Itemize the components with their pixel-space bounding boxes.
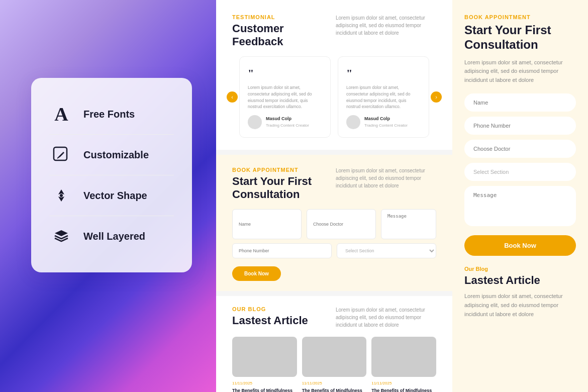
form-row-1 xyxy=(232,209,436,239)
blog-date-2: 11/11/2025 xyxy=(302,381,367,385)
sidebar-phone-input[interactable] xyxy=(464,117,576,135)
message-textarea[interactable] xyxy=(381,209,436,239)
book-now-button[interactable]: Book Now xyxy=(232,266,281,281)
testimonial-next-button[interactable]: › xyxy=(431,91,442,103)
appointment-section: Book Appointment Start Your First Consul… xyxy=(216,155,452,291)
blog-card-2: 11/11/2025 The Benefits of Mindfulness M… xyxy=(302,337,367,392)
blog-date-3: 11/11/2025 xyxy=(371,381,436,385)
feature-item-fonts: A Free Fonts xyxy=(49,94,174,135)
testimonial-text-2: Lorem ipsum dolor sit amet, consectetur … xyxy=(346,84,421,110)
testimonial-title: Customer Feedback xyxy=(232,22,336,48)
feature-label-layered: Well Layered xyxy=(83,231,145,242)
author-avatar-1 xyxy=(248,115,262,129)
blog-article-title-1: The Benefits of Mindfulness Meditation..… xyxy=(232,387,297,392)
appointment-description: Lorem ipsum dolor sit amet, consectetur … xyxy=(336,167,436,189)
feature-label-vector: Vector Shape xyxy=(83,190,147,202)
sidebar-appointment-title: Start Your First Consultation xyxy=(464,23,576,52)
sidebar-blog-title: Lastest Article xyxy=(464,274,576,287)
svg-rect-0 xyxy=(54,147,67,160)
blog-article-title-2: The Benefits of Mindfulness Meditation..… xyxy=(302,387,367,392)
testimonial-cards: " Lorem ipsum dolor sit amet, consectetu… xyxy=(239,56,429,138)
testimonial-tag: Testimonial xyxy=(232,14,336,20)
author-avatar-2 xyxy=(346,115,360,129)
edit-icon xyxy=(49,143,73,167)
blog-tag: Our Blog xyxy=(232,306,308,312)
center-content: Testimonial Customer Feedback Lorem ipsu… xyxy=(216,0,452,392)
sidebar-doctor-input[interactable] xyxy=(464,140,576,158)
testimonial-cards-wrapper: ‹ " Lorem ipsum dolor sit amet, consecte… xyxy=(232,56,436,138)
testimonial-card-1: " Lorem ipsum dolor sit amet, consectetu… xyxy=(239,56,331,138)
testimonial-author-2: Masud Colp Trading Content Creator xyxy=(346,115,421,129)
blog-title: Lastest Article xyxy=(232,314,308,327)
sidebar-message-textarea[interactable] xyxy=(464,186,576,226)
testimonial-section: Testimonial Customer Feedback Lorem ipsu… xyxy=(216,0,452,150)
blog-date-1: 11/11/2025 xyxy=(232,381,297,385)
author-role-1: Trading Content Creator xyxy=(266,123,309,129)
sidebar-appointment-tag: Book Appointment xyxy=(464,14,576,20)
sidebar-blog-tag: Our Blog xyxy=(464,266,576,272)
sidebar-book-button[interactable]: Book Now xyxy=(464,235,576,256)
sidebar-appointment-description: Lorem ipsum dolor sit amet, consectetur … xyxy=(464,58,576,85)
feature-item-layered: Well Layered xyxy=(49,216,174,256)
author-name-1: Masud Colp xyxy=(266,116,309,123)
blog-card-3: 11/11/2025 The Benefits of Mindfulness M… xyxy=(371,337,436,392)
appointment-form: Select Section Book Now xyxy=(232,209,436,281)
blog-description: Lorem ipsum dolor sit amet, consectetur … xyxy=(336,306,436,329)
blog-image-1 xyxy=(232,337,297,377)
author-name-2: Masud Colp xyxy=(364,116,408,123)
appointment-title: Start Your First Consultation xyxy=(232,175,336,201)
feature-item-vector: Vector Shape xyxy=(49,175,174,216)
quote-icon-1: " xyxy=(248,65,322,81)
testimonial-card-2: " Lorem ipsum dolor sit amet, consectetu… xyxy=(338,56,429,138)
blog-image-3 xyxy=(371,337,436,377)
right-sidebar: Book Appointment Start Your First Consul… xyxy=(452,0,588,392)
testimonial-prev-button[interactable]: ‹ xyxy=(227,91,238,103)
blog-section: Our Blog Lastest Article Lorem ipsum dol… xyxy=(216,296,452,392)
feature-item-customizable: Customizable xyxy=(49,135,174,175)
testimonial-description: Lorem ipsum dolor sit amet, consectetur … xyxy=(336,14,436,37)
author-role-2: Trading Content Creator xyxy=(364,123,408,129)
phone-input[interactable] xyxy=(232,243,332,258)
feature-label-fonts: Free Fonts xyxy=(83,109,135,120)
font-icon: A xyxy=(49,102,73,126)
testimonial-header: Testimonial Customer Feedback Lorem ipsu… xyxy=(232,14,436,48)
svg-point-1 xyxy=(60,194,63,197)
sidebar-name-input[interactable] xyxy=(464,93,576,112)
sidebar-blog-description: Lorem ipsum dolor sit amet, consectetur … xyxy=(464,292,576,319)
blog-image-2 xyxy=(302,337,367,377)
vector-icon xyxy=(49,183,73,208)
feature-label-customizable: Customizable xyxy=(83,149,149,161)
name-input[interactable] xyxy=(232,209,302,239)
feature-card: A Free Fonts Customizable Vector Shape xyxy=(31,78,192,272)
doctor-input[interactable] xyxy=(307,209,376,239)
section-select[interactable]: Select Section xyxy=(337,243,436,258)
blog-card-1: 11/11/2025 The Benefits of Mindfulness M… xyxy=(232,337,297,392)
layers-icon xyxy=(49,224,73,248)
form-row-2: Select Section xyxy=(232,243,436,258)
testimonial-author-1: Masud Colp Trading Content Creator xyxy=(248,115,322,129)
appointment-header: Book Appointment Start Your First Consul… xyxy=(232,167,436,201)
blog-cards: 11/11/2025 The Benefits of Mindfulness M… xyxy=(232,337,436,392)
appointment-tag: Book Appointment xyxy=(232,167,336,173)
blog-article-title-3: The Benefits of Mindfulness Meditation..… xyxy=(371,387,436,392)
testimonial-text-1: Lorem ipsum dolor sit amet, consectetur … xyxy=(248,84,322,110)
sidebar-section-select[interactable]: Select Section xyxy=(464,163,576,181)
quote-icon-2: " xyxy=(346,65,421,81)
blog-header: Our Blog Lastest Article Lorem ipsum dol… xyxy=(232,306,436,329)
